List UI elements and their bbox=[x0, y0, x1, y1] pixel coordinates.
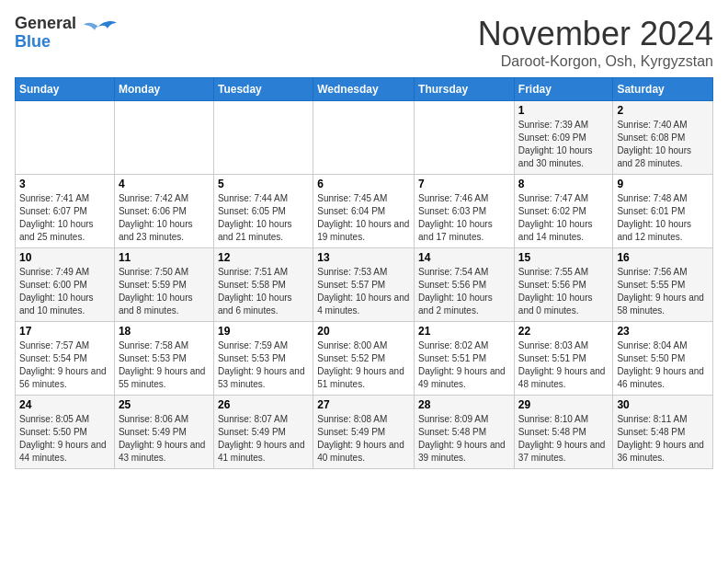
calendar-cell: 14Sunrise: 7:54 AM Sunset: 5:56 PM Dayli… bbox=[415, 248, 515, 322]
day-info: Sunrise: 8:11 AM Sunset: 5:48 PM Dayligh… bbox=[617, 413, 709, 465]
day-number: 29 bbox=[518, 398, 609, 411]
month-title: November 2024 bbox=[478, 15, 713, 53]
location: Daroot-Korgon, Osh, Kyrgyzstan bbox=[478, 53, 713, 70]
day-number: 17 bbox=[19, 325, 110, 338]
day-number: 3 bbox=[19, 178, 110, 190]
calendar-cell: 26Sunrise: 8:07 AM Sunset: 5:49 PM Dayli… bbox=[213, 396, 313, 469]
day-info: Sunrise: 7:39 AM Sunset: 6:09 PM Dayligh… bbox=[518, 119, 609, 170]
calendar-cell: 11Sunrise: 7:50 AM Sunset: 5:59 PM Dayli… bbox=[114, 248, 213, 322]
calendar-cell: 10Sunrise: 7:49 AM Sunset: 6:00 PM Dayli… bbox=[16, 248, 115, 322]
day-number: 15 bbox=[518, 251, 609, 264]
weekday-header-monday: Monday bbox=[114, 78, 213, 101]
calendar-cell: 13Sunrise: 7:53 AM Sunset: 5:57 PM Dayli… bbox=[313, 248, 415, 322]
calendar-week-row: 10Sunrise: 7:49 AM Sunset: 6:00 PM Dayli… bbox=[16, 248, 713, 322]
day-info: Sunrise: 7:58 AM Sunset: 5:53 PM Dayligh… bbox=[119, 339, 210, 391]
logo-bird-icon bbox=[80, 19, 117, 47]
day-number: 24 bbox=[19, 398, 110, 411]
logo-general: General bbox=[15, 15, 76, 33]
day-info: Sunrise: 7:44 AM Sunset: 6:05 PM Dayligh… bbox=[218, 192, 309, 244]
day-number: 26 bbox=[218, 398, 309, 411]
calendar-cell: 22Sunrise: 8:03 AM Sunset: 5:51 PM Dayli… bbox=[514, 322, 613, 396]
calendar-cell: 17Sunrise: 7:57 AM Sunset: 5:54 PM Dayli… bbox=[16, 322, 115, 396]
calendar-cell bbox=[16, 101, 115, 175]
day-number: 14 bbox=[418, 251, 510, 264]
calendar-cell: 29Sunrise: 8:10 AM Sunset: 5:48 PM Dayli… bbox=[514, 396, 613, 469]
day-info: Sunrise: 7:51 AM Sunset: 5:58 PM Dayligh… bbox=[218, 266, 309, 317]
day-number: 9 bbox=[617, 178, 709, 190]
day-info: Sunrise: 8:04 AM Sunset: 5:50 PM Dayligh… bbox=[617, 339, 709, 391]
day-number: 20 bbox=[317, 325, 410, 338]
day-info: Sunrise: 8:02 AM Sunset: 5:51 PM Dayligh… bbox=[418, 339, 510, 391]
calendar-cell: 24Sunrise: 8:05 AM Sunset: 5:50 PM Dayli… bbox=[16, 396, 115, 469]
weekday-header-thursday: Thursday bbox=[415, 78, 515, 101]
calendar-cell: 4Sunrise: 7:42 AM Sunset: 6:06 PM Daylig… bbox=[114, 175, 213, 248]
day-number: 28 bbox=[418, 398, 510, 411]
calendar-week-row: 1Sunrise: 7:39 AM Sunset: 6:09 PM Daylig… bbox=[16, 101, 713, 175]
logo: General Blue bbox=[15, 15, 117, 52]
calendar-cell: 28Sunrise: 8:09 AM Sunset: 5:48 PM Dayli… bbox=[415, 396, 515, 469]
day-info: Sunrise: 8:00 AM Sunset: 5:52 PM Dayligh… bbox=[317, 339, 410, 391]
day-number: 21 bbox=[418, 325, 510, 338]
calendar-cell bbox=[415, 101, 515, 175]
day-info: Sunrise: 8:07 AM Sunset: 5:49 PM Dayligh… bbox=[218, 413, 309, 465]
calendar-cell: 19Sunrise: 7:59 AM Sunset: 5:53 PM Dayli… bbox=[213, 322, 313, 396]
calendar-cell: 25Sunrise: 8:06 AM Sunset: 5:49 PM Dayli… bbox=[114, 396, 213, 469]
calendar-cell: 15Sunrise: 7:55 AM Sunset: 5:56 PM Dayli… bbox=[514, 248, 613, 322]
day-number: 8 bbox=[518, 178, 609, 190]
weekday-header-sunday: Sunday bbox=[16, 78, 115, 101]
day-info: Sunrise: 7:54 AM Sunset: 5:56 PM Dayligh… bbox=[418, 266, 510, 317]
weekday-header-saturday: Saturday bbox=[613, 78, 713, 101]
day-number: 30 bbox=[617, 398, 709, 411]
day-number: 2 bbox=[617, 104, 709, 117]
calendar-week-row: 17Sunrise: 7:57 AM Sunset: 5:54 PM Dayli… bbox=[16, 322, 713, 396]
calendar-cell: 18Sunrise: 7:58 AM Sunset: 5:53 PM Dayli… bbox=[114, 322, 213, 396]
day-number: 1 bbox=[518, 104, 609, 117]
day-info: Sunrise: 7:45 AM Sunset: 6:04 PM Dayligh… bbox=[317, 192, 410, 244]
day-number: 23 bbox=[617, 325, 709, 338]
calendar-cell bbox=[114, 101, 213, 175]
day-number: 5 bbox=[218, 178, 309, 190]
day-info: Sunrise: 7:57 AM Sunset: 5:54 PM Dayligh… bbox=[19, 339, 110, 391]
calendar-cell: 5Sunrise: 7:44 AM Sunset: 6:05 PM Daylig… bbox=[213, 175, 313, 248]
calendar-cell: 21Sunrise: 8:02 AM Sunset: 5:51 PM Dayli… bbox=[415, 322, 515, 396]
calendar-cell: 16Sunrise: 7:56 AM Sunset: 5:55 PM Dayli… bbox=[613, 248, 713, 322]
day-number: 25 bbox=[119, 398, 210, 411]
day-info: Sunrise: 7:55 AM Sunset: 5:56 PM Dayligh… bbox=[518, 266, 609, 317]
day-info: Sunrise: 7:56 AM Sunset: 5:55 PM Dayligh… bbox=[617, 266, 709, 317]
day-info: Sunrise: 8:09 AM Sunset: 5:48 PM Dayligh… bbox=[418, 413, 510, 465]
day-number: 27 bbox=[317, 398, 410, 411]
day-info: Sunrise: 7:53 AM Sunset: 5:57 PM Dayligh… bbox=[317, 266, 410, 317]
calendar-cell: 1Sunrise: 7:39 AM Sunset: 6:09 PM Daylig… bbox=[514, 101, 613, 175]
title-block: November 2024 Daroot-Korgon, Osh, Kyrgyz… bbox=[478, 15, 713, 70]
calendar-cell: 7Sunrise: 7:46 AM Sunset: 6:03 PM Daylig… bbox=[415, 175, 515, 248]
calendar-cell: 3Sunrise: 7:41 AM Sunset: 6:07 PM Daylig… bbox=[16, 175, 115, 248]
page-header: General Blue November 2024 Daroot-Korgon… bbox=[15, 15, 713, 70]
day-number: 4 bbox=[119, 178, 210, 190]
calendar-week-row: 3Sunrise: 7:41 AM Sunset: 6:07 PM Daylig… bbox=[16, 175, 713, 248]
day-number: 6 bbox=[317, 178, 410, 190]
day-info: Sunrise: 7:41 AM Sunset: 6:07 PM Dayligh… bbox=[19, 192, 110, 244]
day-info: Sunrise: 7:47 AM Sunset: 6:02 PM Dayligh… bbox=[518, 192, 609, 244]
calendar-cell: 27Sunrise: 8:08 AM Sunset: 5:49 PM Dayli… bbox=[313, 396, 415, 469]
calendar-cell: 30Sunrise: 8:11 AM Sunset: 5:48 PM Dayli… bbox=[613, 396, 713, 469]
day-info: Sunrise: 7:50 AM Sunset: 5:59 PM Dayligh… bbox=[119, 266, 210, 317]
weekday-header-friday: Friday bbox=[514, 78, 613, 101]
calendar-cell: 6Sunrise: 7:45 AM Sunset: 6:04 PM Daylig… bbox=[313, 175, 415, 248]
day-info: Sunrise: 8:05 AM Sunset: 5:50 PM Dayligh… bbox=[19, 413, 110, 465]
calendar-cell: 2Sunrise: 7:40 AM Sunset: 6:08 PM Daylig… bbox=[613, 101, 713, 175]
calendar-table: SundayMondayTuesdayWednesdayThursdayFrid… bbox=[15, 77, 713, 469]
day-info: Sunrise: 7:59 AM Sunset: 5:53 PM Dayligh… bbox=[218, 339, 309, 391]
calendar-cell: 20Sunrise: 8:00 AM Sunset: 5:52 PM Dayli… bbox=[313, 322, 415, 396]
logo-blue: Blue bbox=[15, 33, 76, 52]
day-info: Sunrise: 7:49 AM Sunset: 6:00 PM Dayligh… bbox=[19, 266, 110, 317]
day-info: Sunrise: 8:10 AM Sunset: 5:48 PM Dayligh… bbox=[518, 413, 609, 465]
day-info: Sunrise: 7:48 AM Sunset: 6:01 PM Dayligh… bbox=[617, 192, 709, 244]
calendar-cell: 9Sunrise: 7:48 AM Sunset: 6:01 PM Daylig… bbox=[613, 175, 713, 248]
day-info: Sunrise: 7:46 AM Sunset: 6:03 PM Dayligh… bbox=[418, 192, 510, 244]
day-number: 19 bbox=[218, 325, 309, 338]
day-number: 22 bbox=[518, 325, 609, 338]
calendar-cell: 23Sunrise: 8:04 AM Sunset: 5:50 PM Dayli… bbox=[613, 322, 713, 396]
weekday-header-wednesday: Wednesday bbox=[313, 78, 415, 101]
day-number: 16 bbox=[617, 251, 709, 264]
weekday-header-tuesday: Tuesday bbox=[213, 78, 313, 101]
